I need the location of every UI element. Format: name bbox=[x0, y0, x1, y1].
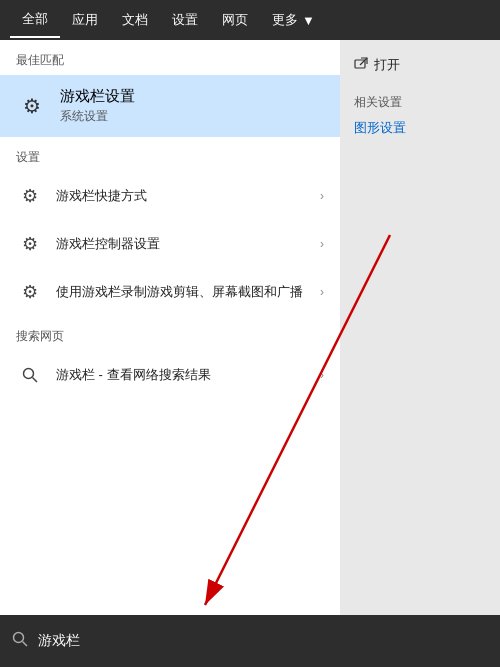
dropdown-icon: ▼ bbox=[302, 13, 315, 28]
nav-item-more[interactable]: 更多 ▼ bbox=[260, 3, 327, 37]
settings-item-controller-text: 游戏栏控制器设置 bbox=[56, 235, 320, 253]
open-action[interactable]: 打开 bbox=[354, 56, 486, 74]
right-panel: 打开 相关设置 图形设置 bbox=[340, 40, 500, 615]
best-match-title: 游戏栏设置 bbox=[60, 87, 135, 106]
search-input[interactable] bbox=[38, 633, 488, 649]
related-settings-header: 相关设置 bbox=[354, 94, 486, 111]
search-web-text: 游戏栏 - 查看网络搜索结果 bbox=[56, 366, 320, 384]
main-container: 全部 应用 文档 设置 网页 更多 ▼ 最佳匹配 ⚙ 游戏栏设置 系统设置 bbox=[0, 0, 500, 667]
search-icon-bottom bbox=[12, 631, 28, 651]
gear-icon-controller: ⚙ bbox=[16, 230, 44, 258]
svg-line-1 bbox=[33, 378, 38, 383]
bottom-search-bar bbox=[0, 615, 500, 667]
gear-icon-shortcuts: ⚙ bbox=[16, 182, 44, 210]
search-icon-web bbox=[16, 361, 44, 389]
related-settings-graphics[interactable]: 图形设置 bbox=[354, 119, 486, 137]
settings-item-shortcuts-text: 游戏栏快捷方式 bbox=[56, 187, 320, 205]
settings-item-controller[interactable]: ⚙ 游戏栏控制器设置 › bbox=[0, 220, 340, 268]
settings-item-record[interactable]: ⚙ 使用游戏栏录制游戏剪辑、屏幕截图和广播 › bbox=[0, 268, 340, 316]
settings-item-record-text: 使用游戏栏录制游戏剪辑、屏幕截图和广播 bbox=[56, 283, 320, 301]
nav-item-settings[interactable]: 设置 bbox=[160, 3, 210, 37]
gear-icon-best-match: ⚙ bbox=[16, 90, 48, 122]
nav-item-docs[interactable]: 文档 bbox=[110, 3, 160, 37]
nav-item-apps[interactable]: 应用 bbox=[60, 3, 110, 37]
svg-line-5 bbox=[23, 642, 28, 647]
nav-item-web[interactable]: 网页 bbox=[210, 3, 260, 37]
chevron-icon-record: › bbox=[320, 285, 324, 299]
gear-icon-record: ⚙ bbox=[16, 278, 44, 306]
settings-section-header: 设置 bbox=[0, 137, 340, 172]
svg-point-0 bbox=[24, 369, 34, 379]
settings-item-shortcuts[interactable]: ⚙ 游戏栏快捷方式 › bbox=[0, 172, 340, 220]
search-web-header: 搜索网页 bbox=[0, 316, 340, 351]
chevron-icon-web: › bbox=[320, 368, 324, 382]
content-area: 最佳匹配 ⚙ 游戏栏设置 系统设置 设置 ⚙ 游戏栏快捷方式 › ⚙ 游戏栏控制… bbox=[0, 40, 500, 615]
svg-line-3 bbox=[360, 58, 367, 65]
best-match-subtitle: 系统设置 bbox=[60, 108, 135, 125]
best-match-text: 游戏栏设置 系统设置 bbox=[60, 87, 135, 125]
open-label: 打开 bbox=[374, 56, 400, 74]
best-match-header: 最佳匹配 bbox=[0, 40, 340, 75]
top-nav: 全部 应用 文档 设置 网页 更多 ▼ bbox=[0, 0, 500, 40]
left-panel: 最佳匹配 ⚙ 游戏栏设置 系统设置 设置 ⚙ 游戏栏快捷方式 › ⚙ 游戏栏控制… bbox=[0, 40, 340, 615]
search-web-item[interactable]: 游戏栏 - 查看网络搜索结果 › bbox=[0, 351, 340, 399]
best-match-item[interactable]: ⚙ 游戏栏设置 系统设置 bbox=[0, 75, 340, 137]
open-icon bbox=[354, 57, 368, 74]
svg-point-4 bbox=[14, 633, 24, 643]
chevron-icon-shortcuts: › bbox=[320, 189, 324, 203]
chevron-icon-controller: › bbox=[320, 237, 324, 251]
nav-item-all[interactable]: 全部 bbox=[10, 2, 60, 38]
